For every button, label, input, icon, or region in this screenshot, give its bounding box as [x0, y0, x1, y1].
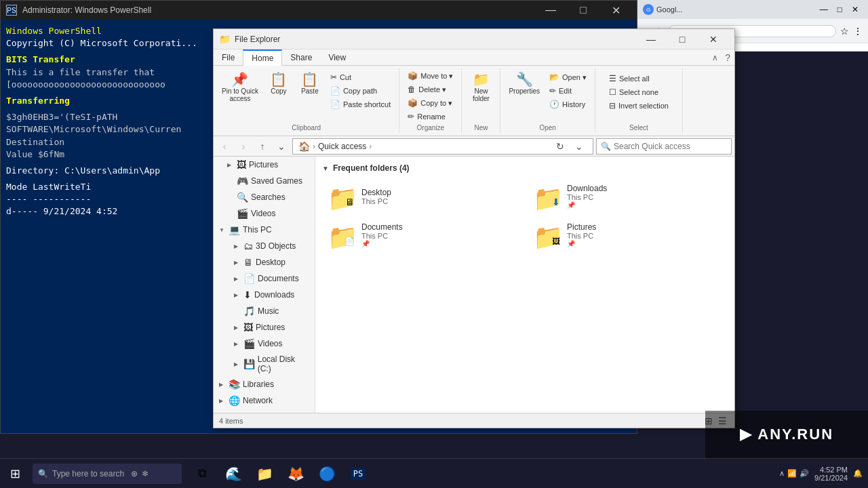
paste-shortcut-button[interactable]: 📄 Paste shortcut	[326, 98, 395, 110]
invert-selection-button[interactable]: ⊟ Invert selection	[605, 100, 673, 112]
folder-item-downloads[interactable]: 📁 ⬇ Downloads This PC 📌	[528, 180, 728, 213]
fe-close-button[interactable]: ✕	[698, 29, 729, 49]
sidebar-item-searches[interactable]: 🔍 Searches	[214, 189, 315, 205]
address-dropdown-button[interactable]: ⌄	[571, 138, 587, 155]
desktop-folder-path: This PC	[361, 197, 391, 205]
delete-button[interactable]: 🗑 Delete ▾	[403, 83, 457, 96]
search-box[interactable]: 🔍	[596, 138, 732, 155]
ribbon-expand-button[interactable]: ∧	[709, 49, 721, 65]
move-to-button[interactable]: 📦 Move to ▾	[403, 70, 457, 82]
volume-tray-icon[interactable]: 🔊	[800, 469, 809, 478]
saved-games-icon: 🎮	[237, 176, 248, 186]
file-explorer-app-button[interactable]: 📁	[250, 459, 279, 489]
3d-chevron: ▶	[234, 243, 241, 249]
ps-close-button[interactable]: ✕	[600, 1, 631, 20]
cut-label: Cut	[340, 73, 351, 81]
browser-maximize[interactable]: □	[833, 3, 846, 16]
sidebar-item-music[interactable]: 🎵 Music	[214, 303, 315, 319]
sidebar-item-desktop[interactable]: ▶ 🖥 Desktop	[214, 254, 315, 270]
sidebar-item-videos2[interactable]: ▶ 🎬 Videos	[214, 336, 315, 352]
network-tray-icon[interactable]: 📶	[787, 469, 797, 478]
refresh-button[interactable]: ↻	[552, 138, 568, 155]
content-area: ▼ Frequent folders (4) 📁 🖥 Desktop This …	[315, 157, 734, 413]
folder-grid: 📁 🖥 Desktop This PC 📁 ⬇ Download	[322, 180, 728, 251]
taskbar-time-text: 4:52 PM	[820, 466, 848, 474]
rename-button[interactable]: ✏ Rename	[403, 110, 457, 123]
path-separator-1: ›	[313, 142, 315, 151]
browser-star-icon[interactable]: ☆	[840, 26, 849, 37]
browser-close[interactable]: ✕	[848, 3, 863, 16]
firefox-app-button[interactable]: 🦊	[281, 459, 311, 489]
open-small-buttons: 📂 Open ▾ ✏ Edit 🕐 History	[545, 71, 591, 110]
ribbon-content: 📌 Pin to Quickaccess 📋 Copy 📋 Paste ✂	[214, 66, 734, 136]
ps-minimize-button[interactable]: —	[535, 1, 566, 20]
recent-locations-button[interactable]: ⌄	[273, 138, 290, 155]
status-bar: 4 items ⊞ ☰	[214, 413, 734, 428]
ribbon-group-select: ☰ Select all ☐ Select none ⊟ Invert sele…	[595, 68, 683, 133]
downloads-icon: ⬇	[243, 289, 252, 300]
ribbon-tab-view[interactable]: View	[320, 49, 354, 65]
copy-path-button[interactable]: 📄 Copy path	[326, 85, 395, 97]
up-button[interactable]: ↑	[254, 138, 271, 155]
taskbar-clock[interactable]: 4:52 PM 9/21/2024	[814, 466, 848, 482]
sidebar-item-documents[interactable]: ▶ 📄 Documents	[214, 270, 315, 287]
cut-button[interactable]: ✂ Cut	[326, 71, 395, 83]
copy-button[interactable]: 📋 Copy	[264, 70, 294, 98]
notification-icon[interactable]: 🔔	[853, 469, 863, 478]
properties-button[interactable]: 🔧 Properties	[505, 70, 544, 98]
folder-item-documents[interactable]: 📁 📄 Documents This PC 📌	[322, 218, 522, 251]
sidebar-item-saved-games[interactable]: 🎮 Saved Games	[214, 173, 315, 189]
sidebar-item-3d-objects[interactable]: ▶ 🗂 3D Objects	[214, 238, 315, 254]
tray-up-icon[interactable]: ∧	[779, 469, 785, 478]
edge-app-button[interactable]: 🌊	[218, 459, 248, 489]
sidebar-item-videos[interactable]: 🎬 Videos	[214, 205, 315, 222]
fe-maximize-button[interactable]: □	[667, 29, 698, 49]
edit-button[interactable]: ✏ Edit	[545, 85, 591, 97]
sidebar-3d-label: 3D Objects	[256, 241, 296, 251]
open-button[interactable]: 📂 Open ▾	[545, 71, 591, 83]
browser-minimize[interactable]: —	[816, 3, 832, 16]
copy-to-label: Copy to ▾	[420, 99, 452, 108]
taskbar-search[interactable]: 🔍 Type here to search ⊕ ❄	[33, 464, 182, 484]
task-view-button[interactable]: ⧉	[187, 459, 217, 489]
sidebar-item-pictures2[interactable]: ▶ 🖼 Pictures	[214, 319, 315, 336]
address-path[interactable]: 🏠 › Quick access › ↻ ⌄	[292, 138, 593, 155]
browser-settings-icon[interactable]: ⋮	[853, 26, 863, 37]
select-all-button[interactable]: ☰ Select all	[605, 73, 673, 85]
folder-item-pictures[interactable]: 📁 🖼 Pictures This PC 📌	[528, 218, 728, 251]
new-folder-button[interactable]: 📁 Newfolder	[466, 70, 496, 105]
history-button[interactable]: 🕐 History	[545, 98, 591, 110]
fe-minimize-button[interactable]: —	[635, 29, 667, 49]
sidebar-item-downloads[interactable]: ▶ ⬇ Downloads	[214, 287, 315, 303]
forward-button[interactable]: ›	[235, 138, 252, 155]
ribbon-tab-file[interactable]: File	[214, 49, 243, 65]
chrome-app-button[interactable]: 🔵	[312, 459, 342, 489]
copy-to-button[interactable]: 📦 Copy to ▾	[403, 97, 457, 109]
back-button[interactable]: ‹	[216, 138, 233, 155]
start-button[interactable]: ⊞	[0, 459, 30, 489]
paste-button[interactable]: 📋 Paste	[295, 70, 325, 98]
sidebar-item-this-pc[interactable]: ▼ 💻 This PC	[214, 222, 315, 238]
ps-maximize-button[interactable]: □	[568, 1, 599, 20]
select-none-icon: ☐	[609, 87, 616, 97]
quick-access-breadcrumb[interactable]: Quick access	[318, 142, 366, 151]
file-explorer-icon: 📁	[219, 34, 231, 45]
taskbar-search-icon: 🔍	[38, 469, 48, 479]
invert-icon: ⊟	[609, 101, 616, 110]
sidebar-item-local-disk[interactable]: ▶ 💾 Local Disk (C:)	[214, 352, 315, 376]
select-none-button[interactable]: ☐ Select none	[605, 86, 673, 98]
sidebar-item-pictures[interactable]: ▶ 🖼 Pictures	[214, 157, 315, 173]
pin-to-quick-access-button[interactable]: 📌 Pin to Quickaccess	[218, 70, 262, 105]
ribbon-tab-home[interactable]: Home	[243, 49, 282, 66]
sidebar-item-network[interactable]: ▶ 🌐 Network	[214, 392, 315, 409]
file-explorer-window: 📁 File Explorer — □ ✕ File Home Share Vi…	[213, 28, 735, 428]
powershell-app-button[interactable]: PS	[343, 459, 373, 489]
search-icon: 🔍	[601, 142, 611, 151]
search-input[interactable]	[614, 142, 722, 151]
ribbon-help-button[interactable]: ?	[721, 49, 734, 65]
desktop-folder-icon-wrapper: 📁 🖥	[328, 184, 355, 209]
sidebar-item-libraries[interactable]: ▶ 📚 Libraries	[214, 376, 315, 392]
folder-item-desktop[interactable]: 📁 🖥 Desktop This PC	[322, 180, 522, 213]
ribbon-tab-share[interactable]: Share	[282, 49, 320, 65]
section-chevron-icon[interactable]: ▼	[322, 165, 329, 172]
